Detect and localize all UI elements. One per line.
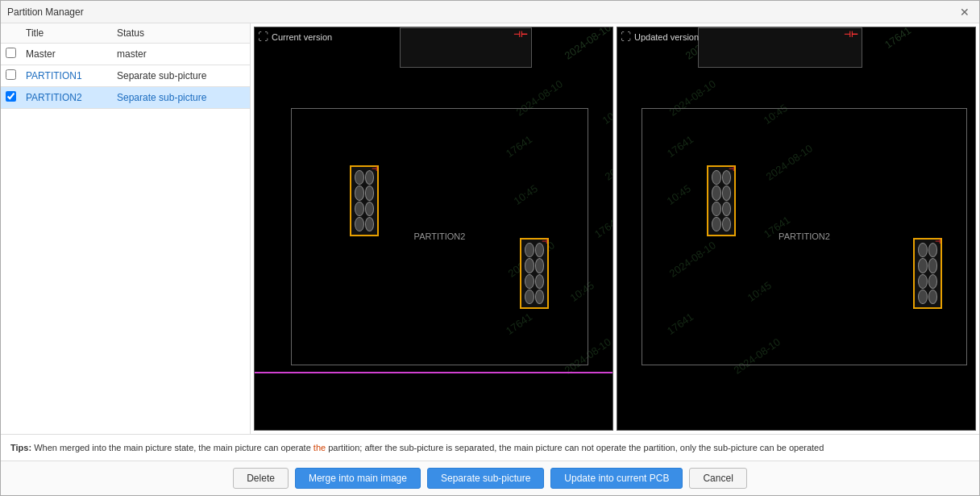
connector-right-current: ⊣ [520,238,549,309]
check-partition2[interactable] [1,87,21,109]
pin [365,217,375,231]
pin [722,185,732,200]
title-partition1: PARTITION1 [21,65,112,87]
connector-inner-right [523,241,546,306]
connector-right-updated: ⊣ [913,238,942,309]
title-partition2: PARTITION2 [21,87,112,109]
pin [928,274,938,289]
partition-table: Title Status Master master PARTITION1 Se… [1,23,250,109]
status-master: master [112,44,250,65]
connector-left-current: ⊣ [350,165,379,236]
table-row-selected[interactable]: PARTITION2 Separate sub-picture [1,87,250,109]
pin [535,274,545,289]
current-version-panel: ⛶ Current version 2024-08-10 10:45 17641… [254,27,613,431]
connector-left-updated: ⊣ [707,165,736,236]
main-content: Title Status Master master PARTITION1 Se… [1,23,979,434]
title-master: Master [21,44,112,65]
pin [918,290,928,304]
red-marker-top: ⊣⊢ [513,30,528,39]
updated-pcb-canvas: 2024-08-10 10:45 17641 2024-08-10 10:45 … [617,27,975,430]
red-marker-conn-left-u: ⊣ [729,165,734,173]
update-button[interactable]: Update into current PCB [550,468,683,489]
pin [918,243,928,257]
title-bar: Partition Manager ✕ [1,1,979,23]
table-row[interactable]: PARTITION1 Separate sub-picture [1,65,250,87]
pin [525,258,534,273]
pin [712,202,721,216]
connector-inner-left-u [710,169,733,233]
pin [712,217,721,231]
pin [365,185,375,200]
partition-label-updated: PARTITION2 [779,231,830,241]
close-button[interactable]: ✕ [957,6,973,19]
connector-inner-right-u [916,241,939,306]
left-panel: Title Status Master master PARTITION1 Se… [1,23,251,434]
pin [928,290,938,304]
status-partition1: Separate sub-picture [112,65,250,87]
status-partition2: Separate sub-picture [112,87,250,109]
tips-text: When merged into the main picture state,… [34,443,824,452]
partition-box-updated: ⊣ [642,108,967,365]
tips-prefix: Tips: [10,443,34,452]
check-master[interactable] [1,44,21,65]
pin [355,185,364,200]
updated-version-panel: ⛶ Updated version 2024-08-10 10:45 17641… [617,27,976,431]
pin [712,170,721,185]
pin [355,217,364,231]
pin [535,290,545,304]
pin [525,274,534,289]
red-marker-conn-right: ⊣ [542,238,547,245]
cancel-button[interactable]: Cancel [689,468,746,489]
pin [722,217,732,231]
red-marker-conn-right-u: ⊣ [935,238,941,245]
col-status: Status [112,23,250,44]
red-marker-conn-left: ⊣ [372,165,377,173]
dialog-partition-manager: Partition Manager ✕ Title Status Master [0,0,980,496]
pin [355,202,364,216]
buttons-row: Delete Merge into main image Separate su… [1,461,979,495]
pin [365,202,375,216]
updated-version-header: ⛶ Updated version [621,31,699,43]
pin [928,258,938,273]
top-strip-updated: ⊣⊢ [698,27,862,68]
pin [525,243,534,257]
pin [712,185,721,200]
pin [918,258,928,273]
views-row: ⛶ Current version 2024-08-10 10:45 17641… [251,23,979,434]
col-check [1,23,21,44]
current-pcb-canvas: 2024-08-10 10:45 17641 2024-08-10 10:45 … [255,27,612,430]
dialog-title: Partition Manager [7,6,84,18]
right-panel: ⛶ Current version 2024-08-10 10:45 17641… [251,23,979,434]
col-title: Title [21,23,112,44]
tips-section: Tips: When merged into the main picture … [1,434,979,461]
connector-inner-left [353,169,376,233]
pin [355,170,364,185]
merge-button[interactable]: Merge into main image [295,468,421,489]
pin [918,274,928,289]
pin [525,290,534,304]
separate-button[interactable]: Separate sub-picture [427,468,544,489]
expand-icon-updated[interactable]: ⛶ [621,31,631,43]
delete-button[interactable]: Delete [233,468,289,489]
red-marker-top-updated: ⊣⊢ [844,30,858,39]
pink-line-current [255,372,612,373]
partition-box-current: ⊣ [291,108,588,365]
partition-label-current: PARTITION2 [414,231,466,241]
pin [535,258,545,273]
check-partition1[interactable] [1,65,21,87]
expand-icon-current[interactable]: ⛶ [258,31,268,43]
updated-version-label: Updated version [634,32,699,42]
current-version-label: Current version [272,32,332,42]
current-version-header: ⛶ Current version [258,31,332,43]
pin [722,202,732,216]
top-strip: ⊣⊢ [400,27,532,68]
table-row[interactable]: Master master [1,44,250,65]
